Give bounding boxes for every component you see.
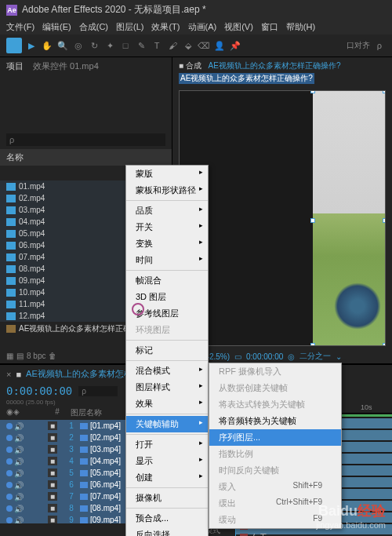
menu-item[interactable]: 打开 [126,436,208,453]
color-label[interactable]: ■ [48,504,57,512]
menu-item[interactable]: 帧混合 [126,272,208,289]
menu-item[interactable]: 品质 [126,202,208,219]
trash-icon[interactable]: 🗑 [49,352,56,360]
color-label[interactable]: ■ [48,469,57,477]
menu-item[interactable]: 预合成... [126,510,208,527]
text-tool-icon[interactable]: T [151,39,163,52]
menu-edit[interactable]: 编辑(E) [42,21,71,33]
visibility-icon[interactable] [6,423,13,429]
home-icon[interactable] [6,38,22,53]
stamp-tool-icon[interactable]: ⬙ [182,39,194,52]
color-label[interactable]: ■ [48,516,57,523]
zoom-tool-icon[interactable]: 🔍 [56,39,69,52]
roto-tool-icon[interactable]: 👤 [213,39,226,52]
visibility-icon[interactable] [6,482,13,488]
comp-viewer[interactable] [179,90,386,346]
rect-tool-icon[interactable]: □ [119,39,132,52]
menu-layer[interactable]: 图层(L) [116,21,143,33]
col-visibility[interactable]: ◉◈ [0,407,47,418]
menu-item[interactable]: 蒙板和形状路径 [126,182,208,199]
submenu-item[interactable]: 指数比例 [209,446,341,462]
col-number[interactable]: # [47,407,67,418]
eraser-tool-icon[interactable]: ⌫ [198,39,210,52]
bin-icon[interactable]: ▦ [6,352,13,360]
comp-question-2[interactable]: AE视频轨上的众多素材怎样正确操作? [179,73,314,84]
color-label[interactable]: ■ [48,492,57,501]
submenu-item[interactable]: 时间反向关键帧 [209,462,341,479]
color-label[interactable]: ■ [48,457,57,465]
visibility-icon[interactable] [6,494,13,500]
visibility-icon[interactable] [6,435,13,441]
menu-item[interactable]: 时间 [126,252,208,268]
adjust-icon[interactable]: ▭ [234,352,241,361]
menu-item[interactable]: 开关 [126,219,208,235]
comp-question-1[interactable]: AE视频轨上的众多素材怎样正确操作? [209,61,341,70]
bpc-toggle[interactable]: 8 bpc [27,352,45,360]
audio-icon[interactable]: 🔊 [14,446,22,454]
menu-help[interactable]: 帮助(H) [286,21,315,33]
puppet-tool-icon[interactable]: 📌 [229,39,241,52]
menu-item[interactable]: 关键帧辅助 [126,416,208,432]
audio-icon[interactable]: 🔊 [14,469,22,477]
search-icon[interactable]: ρ [373,39,386,52]
snap-toggle[interactable]: 口对齐 [347,40,370,51]
timeline-timecode[interactable]: 0:00:00:00 [6,385,72,397]
menu-item[interactable]: 混合模式 [126,363,208,379]
mode-value[interactable]: 无 [260,532,267,537]
mode-swatch[interactable] [240,534,248,537]
submenu-item[interactable]: 缓入Shift+F9 [209,479,341,495]
visibility-icon[interactable] [6,505,13,512]
menu-effect[interactable]: 效果(T) [151,21,180,33]
color-label[interactable]: ■ [48,480,57,489]
submenu-item[interactable]: RPF 摄像机导入 [209,363,341,380]
chevron-down-icon[interactable]: ⌄ [336,352,342,361]
menu-anim[interactable]: 动画(A) [188,21,217,33]
audio-icon[interactable]: 🔊 [14,505,22,512]
menu-item[interactable]: 反向选择 [126,527,208,536]
menu-item[interactable]: 变换 [126,235,208,252]
submenu-item[interactable]: 从数据创建关键帧 [209,380,341,396]
menu-comp[interactable]: 合成(C) [79,21,108,33]
timeline-search[interactable] [78,386,118,396]
resolution-value[interactable]: 二分之一 [299,351,331,362]
menu-item[interactable]: 蒙版 [126,166,208,182]
visibility-icon[interactable] [6,458,13,465]
audio-icon[interactable]: 🔊 [14,516,22,524]
rotate-tool-icon[interactable]: ↻ [88,39,100,52]
visibility-icon[interactable] [6,517,13,523]
chevron-down-icon[interactable]: ⌄ [272,533,278,536]
submenu-item[interactable]: 将音频转换为关键帧 [209,413,341,429]
timeline-comp-name[interactable]: AE视频轨上的众多素材怎样正 [26,368,141,380]
tab-project[interactable]: 项目 [6,60,24,72]
depth-icon[interactable]: ▤ [16,352,24,360]
menu-item[interactable]: 显示 [126,453,208,469]
menu-item[interactable]: 创建 [126,469,208,486]
audio-icon[interactable]: 🔊 [14,422,22,430]
color-label[interactable]: ■ [48,433,57,442]
selection-tool-icon[interactable]: ▶ [25,39,38,52]
audio-icon[interactable]: 🔊 [14,434,22,442]
audio-icon[interactable]: 🔊 [14,458,22,465]
menu-item[interactable]: 摄像机 [126,490,208,506]
menu-item[interactable]: 图层样式 [126,379,208,396]
orbit-tool-icon[interactable]: ◎ [72,39,85,52]
anchor-tool-icon[interactable]: ✦ [103,39,116,52]
audio-icon[interactable]: 🔊 [14,493,22,501]
visibility-icon[interactable] [6,447,13,453]
visibility-icon[interactable] [6,470,13,476]
menu-file[interactable]: 文件(F) [6,21,34,33]
menu-item[interactable]: 标记 [126,342,208,359]
project-search-input[interactable] [6,133,165,146]
menu-item[interactable]: 环境图层 [126,322,208,338]
color-label[interactable]: ■ [48,445,57,454]
camera-icon[interactable]: ◎ [288,352,295,361]
submenu-item[interactable]: 序列图层... [209,429,341,446]
viewer-timecode[interactable]: 0:00:00:00 [246,352,283,361]
hand-tool-icon[interactable]: ✋ [41,39,53,52]
menu-window[interactable]: 窗口 [261,21,278,33]
timeline-close[interactable]: × [6,370,11,379]
color-label[interactable]: ■ [48,421,57,430]
audio-icon[interactable]: 🔊 [14,481,22,489]
col-header-name[interactable]: 名称 [0,149,172,166]
menu-view[interactable]: 视图(V) [224,21,253,33]
